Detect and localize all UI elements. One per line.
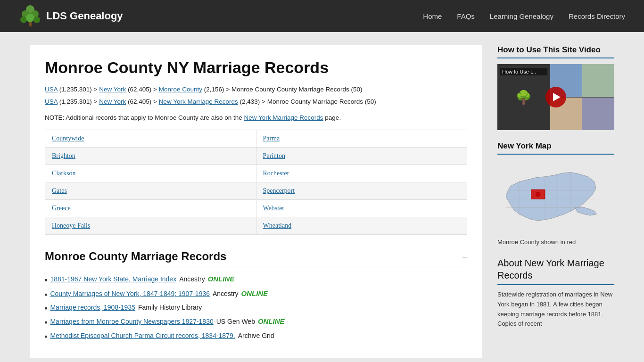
online-badge: ONLINE bbox=[241, 288, 268, 299]
main-nav: Home FAQs Learning Genealogy Records Dir… bbox=[423, 12, 625, 20]
about-text: Statewide registration of marriages in N… bbox=[497, 290, 614, 329]
breadcrumb-2: USA (1,235,301) > New York (62,405) > Ne… bbox=[45, 97, 467, 107]
map-section-title: New York Map bbox=[497, 141, 614, 155]
about-section: About New York Marriage Records Statewid… bbox=[497, 257, 614, 329]
breadcrumb-usa-1[interactable]: USA bbox=[45, 86, 58, 93]
breadcrumb-1: USA (1,235,301) > New York (62,405) > Mo… bbox=[45, 84, 467, 95]
list-item: Methodist Episcopal Church Parma Circuit… bbox=[45, 331, 467, 341]
town-link[interactable]: Parma bbox=[263, 135, 280, 142]
map-caption: Monroe County shown in red bbox=[497, 239, 576, 246]
record-link[interactable]: Methodist Episcopal Church Parma Circuit… bbox=[50, 331, 235, 341]
breadcrumb-newyork-1[interactable]: New York bbox=[99, 86, 126, 93]
table-row: CountywideParma bbox=[45, 130, 467, 148]
video-title-bar: How to Use t... bbox=[500, 68, 547, 75]
ny-map-container: Monroe County shown in red bbox=[497, 160, 614, 246]
sidebar: How to Use This Site Video 🌳 How to Use … bbox=[497, 45, 614, 358]
town-link[interactable]: Honeoye Falls bbox=[52, 222, 90, 229]
record-link[interactable]: Marriage records, 1908-1935 bbox=[50, 303, 135, 313]
town-link[interactable]: Wheatland bbox=[263, 222, 292, 229]
records-section-title: Monroe County Marriage Records bbox=[45, 250, 226, 263]
table-row: BrightonPerinton bbox=[45, 148, 467, 165]
breadcrumb-monroe-1[interactable]: Monroe County bbox=[159, 86, 202, 93]
map-section: New York Map bbox=[497, 141, 614, 246]
online-badge: ONLINE bbox=[258, 316, 285, 327]
logo-tree-icon bbox=[19, 5, 41, 27]
svg-rect-6 bbox=[29, 22, 32, 26]
record-link[interactable]: 1881-1967 New York State, Marriage Index bbox=[50, 274, 176, 284]
play-button[interactable] bbox=[545, 87, 566, 107]
list-item: Marriage records, 1908-1935 Family Histo… bbox=[45, 303, 467, 313]
logo-text: LDS Genealogy bbox=[46, 10, 123, 22]
list-item: 1881-1967 New York State, Marriage Index… bbox=[45, 274, 467, 285]
how-to-use-section: How to Use This Site Video 🌳 How to Use … bbox=[497, 45, 614, 130]
breadcrumb-usa-2[interactable]: USA bbox=[45, 98, 58, 105]
nav-faqs[interactable]: FAQs bbox=[457, 12, 475, 20]
town-link[interactable]: Webster bbox=[263, 205, 285, 212]
town-link[interactable]: Rochester bbox=[263, 170, 289, 177]
play-triangle-icon bbox=[553, 93, 561, 101]
svg-marker-8 bbox=[575, 207, 597, 215]
list-item: County Marriages of New York, 1847-1849;… bbox=[45, 288, 467, 299]
page-title: Monroe County NY Marriage Records bbox=[45, 58, 467, 77]
nav-records[interactable]: Records Directory bbox=[569, 12, 625, 20]
logo-area: LDS Genealogy bbox=[19, 5, 423, 27]
note-link[interactable]: New York Marriage Records bbox=[244, 114, 323, 121]
nav-learning[interactable]: Learning Genealogy bbox=[490, 12, 553, 20]
record-list: 1881-1967 New York State, Marriage Index… bbox=[45, 274, 467, 341]
town-link[interactable]: Clarkson bbox=[52, 170, 76, 177]
video-cell-2 bbox=[582, 64, 614, 97]
nav-home[interactable]: Home bbox=[423, 12, 442, 20]
record-link[interactable]: Marriages from Monroe County Newspapers … bbox=[50, 317, 213, 327]
video-left-panel: 🌳 How to Use t... bbox=[497, 64, 550, 130]
online-badge: ONLINE bbox=[208, 274, 235, 285]
about-title: About New York Marriage Records bbox=[497, 257, 614, 285]
how-to-use-title: How to Use This Site Video bbox=[497, 45, 614, 58]
collapse-button[interactable]: – bbox=[462, 251, 467, 262]
table-row: ClarksonRochester bbox=[45, 165, 467, 182]
town-table: CountywideParmaBrightonPerintonClarksonR… bbox=[45, 130, 467, 235]
records-section-heading: Monroe County Marriage Records – bbox=[45, 250, 467, 266]
record-link[interactable]: County Marriages of New York, 1847-1849;… bbox=[50, 289, 210, 299]
table-row: Honeoye FallsWheatland bbox=[45, 217, 467, 235]
town-link[interactable]: Greece bbox=[52, 205, 71, 212]
table-row: GreeceWebster bbox=[45, 200, 467, 217]
breadcrumb-newyork-2[interactable]: New York bbox=[99, 98, 126, 105]
breadcrumb-nymarriage[interactable]: New York Marriage Records bbox=[159, 98, 238, 105]
town-link[interactable]: Countywide bbox=[52, 135, 84, 142]
town-link[interactable]: Spencerport bbox=[263, 187, 295, 194]
town-link[interactable]: Perinton bbox=[263, 152, 285, 159]
video-thumbnail[interactable]: 🌳 How to Use t... bbox=[497, 64, 614, 130]
header: LDS Genealogy Home FAQs Learning Genealo… bbox=[0, 0, 644, 32]
ny-map-svg bbox=[497, 160, 601, 236]
list-item: Marriages from Monroe County Newspapers … bbox=[45, 316, 467, 327]
video-cell-4 bbox=[582, 98, 614, 131]
town-link[interactable]: Gates bbox=[52, 187, 67, 194]
page-wrap: Monroe County NY Marriage Records USA (1… bbox=[20, 32, 624, 362]
svg-point-18 bbox=[536, 192, 540, 197]
note-line: NOTE: Additional records that apply to M… bbox=[45, 114, 467, 121]
main-content: Monroe County NY Marriage Records USA (1… bbox=[30, 45, 482, 358]
svg-point-4 bbox=[26, 14, 34, 22]
svg-point-3 bbox=[20, 16, 27, 23]
video-tree-icon: 🌳 bbox=[515, 90, 532, 105]
town-link[interactable]: Brighton bbox=[52, 152, 75, 159]
svg-point-5 bbox=[33, 16, 40, 23]
table-row: GatesSpencerport bbox=[45, 182, 467, 200]
